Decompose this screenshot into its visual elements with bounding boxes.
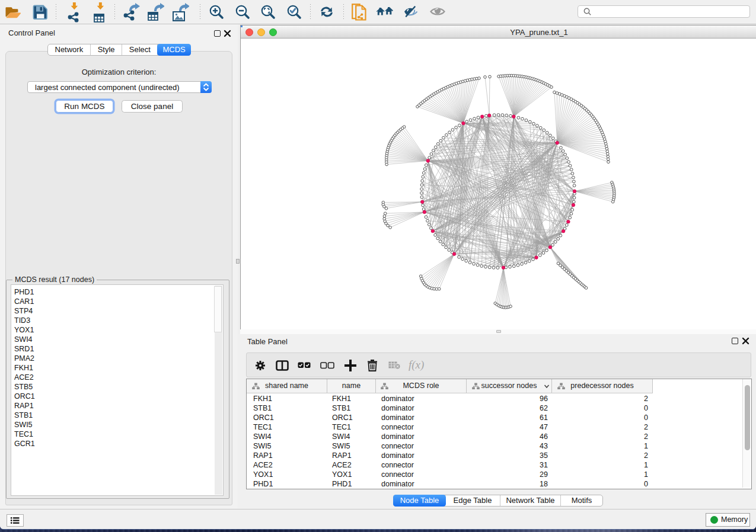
- svg-text:f(x): f(x): [409, 360, 424, 371]
